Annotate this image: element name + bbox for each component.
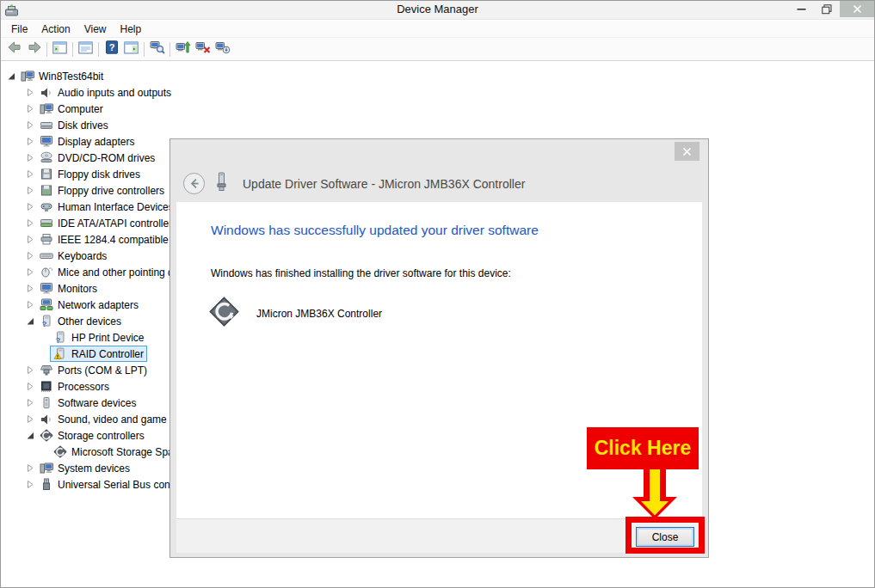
tree-item-content: Network adapters [37, 297, 141, 312]
show-console-tree-button[interactable] [50, 40, 70, 59]
driver-icon [216, 172, 227, 195]
tb-show-console-tree-icon [52, 41, 67, 58]
minimize-button[interactable] [788, 1, 814, 17]
expander-collapsed-icon[interactable] [23, 231, 37, 248]
processor-icon [40, 380, 53, 393]
close-window-button[interactable] [840, 1, 874, 17]
expander-expanded-icon[interactable] [23, 313, 37, 329]
expander-expanded-icon[interactable] [4, 68, 18, 84]
help-button[interactable]: ? [102, 40, 121, 59]
properties-button[interactable] [76, 40, 96, 59]
mouse-icon [40, 266, 53, 279]
unknown-device-icon: ? [40, 315, 53, 328]
tree-item-disk-drives[interactable]: Disk drives [1, 117, 874, 133]
tree-item-label: IDE ATA/ATAPI controllers [57, 217, 177, 230]
expander-collapsed-icon[interactable] [23, 182, 37, 199]
dialog-header: Update Driver Software - JMicron JMB36X … [182, 172, 525, 195]
tree-item-content: Display adapters [37, 134, 137, 149]
tree-item-label: Floppy disk drives [57, 168, 140, 181]
expander-collapsed-icon[interactable] [23, 133, 37, 150]
tree-item-label: Processors [57, 381, 109, 393]
tree-item-content: Storage controllers [37, 428, 147, 443]
expander-collapsed-icon[interactable] [23, 378, 37, 395]
expander-collapsed-icon[interactable] [23, 150, 37, 166]
tree-item-content: Keyboards [37, 248, 109, 263]
dialog-footer: Close [176, 518, 702, 553]
expander-collapsed-icon[interactable] [23, 117, 37, 133]
tree-item-label: System devices [57, 462, 130, 475]
tb-properties-icon [78, 41, 93, 58]
toolbar-separator [72, 42, 73, 57]
tree-item-content: Computer [37, 101, 106, 116]
expander-collapsed-icon[interactable] [23, 395, 37, 411]
tree-item-win8test64bit[interactable]: Win8Test64bit [1, 68, 874, 84]
expander-collapsed-icon[interactable] [23, 411, 37, 427]
expander-expanded-icon[interactable] [23, 427, 37, 444]
tree-item-label: Disk drives [57, 119, 108, 132]
expander-collapsed-icon[interactable] [23, 280, 37, 297]
tb-uninstall-device-icon [195, 40, 211, 58]
tree-item-label: Display adapters [57, 136, 134, 148]
tb-scan-hardware-changes-icon [150, 40, 165, 58]
expander-collapsed-icon[interactable] [23, 476, 37, 493]
toolbar-separator [46, 42, 47, 57]
storage-controller-icon [209, 297, 239, 330]
tree-item-label: DVD/CD-ROM drives [57, 152, 155, 164]
menu-file[interactable]: File [4, 21, 34, 37]
svg-text:?: ? [108, 42, 114, 52]
expander-collapsed-icon[interactable] [23, 460, 37, 476]
expander-collapsed-icon[interactable] [23, 166, 37, 182]
expander-collapsed-icon[interactable] [23, 199, 37, 215]
tree-item-label: HP Print Device [71, 332, 144, 344]
tree-item-computer[interactable]: Computer [1, 101, 874, 117]
expander-collapsed-icon[interactable] [23, 248, 37, 264]
expander-collapsed-icon[interactable] [23, 297, 37, 313]
device-manager-window: Device Manager FileActionViewHelp ? Win8… [0, 0, 875, 588]
window-controls [788, 1, 874, 17]
storage-icon [40, 429, 53, 442]
tree-item-content: Monitors [37, 281, 100, 296]
printer-icon [40, 233, 53, 246]
hid-icon [40, 200, 53, 213]
disable-device-button[interactable] [213, 40, 232, 59]
scan-hardware-changes-button[interactable] [147, 40, 167, 59]
ports-icon [40, 364, 53, 377]
forward-button[interactable] [24, 40, 44, 59]
expander-collapsed-icon[interactable] [23, 362, 37, 378]
toolbar-separator [169, 42, 170, 57]
expander-collapsed-icon[interactable] [23, 84, 37, 101]
tree-selected-item: RAID Controller [51, 346, 146, 361]
tree-item-label: Keyboards [57, 250, 107, 262]
menu-help[interactable]: Help [114, 21, 149, 37]
update-driver-button[interactable] [173, 40, 193, 59]
computer-sys-icon [21, 70, 34, 83]
titlebar: Device Manager [1, 1, 874, 20]
restore-button[interactable] [814, 1, 840, 17]
floppy-ctrl-icon [40, 184, 53, 197]
tree-item-label: Win8Test64bit [38, 70, 103, 83]
dialog-close-icon[interactable] [675, 142, 699, 161]
expander-collapsed-icon[interactable] [23, 101, 37, 117]
expander-collapsed-icon[interactable] [23, 215, 37, 231]
tree-item-audio-inputs-and-outputs[interactable]: Audio inputs and outputs [1, 84, 874, 101]
menu-view[interactable]: View [77, 21, 114, 37]
uninstall-device-button[interactable] [193, 40, 213, 59]
back-button[interactable] [4, 40, 24, 59]
down-arrow-icon [627, 469, 682, 523]
menu-action[interactable]: Action [34, 21, 77, 37]
unknown-device-icon: ? [53, 331, 67, 344]
installed-device-row: JMicron JMB36X Controller [209, 297, 382, 330]
back-button[interactable] [182, 172, 206, 195]
tree-item-content: Human Interface Devices [37, 199, 176, 214]
tb-back-icon [7, 40, 22, 58]
tb-forward-icon [27, 40, 42, 58]
tree-item-content: Software devices [37, 395, 139, 410]
tree-item-content: Processors [37, 379, 112, 394]
tree-item-label: Audio inputs and outputs [57, 87, 171, 99]
expander-collapsed-icon[interactable] [23, 264, 37, 280]
tree-item-label: Human Interface Devices [57, 201, 174, 213]
tree-item-label: Ports (COM & LPT) [57, 364, 147, 377]
computer-sys-icon [40, 462, 53, 475]
show-action-pane-button[interactable] [121, 40, 141, 59]
svg-text:?: ? [42, 320, 47, 328]
